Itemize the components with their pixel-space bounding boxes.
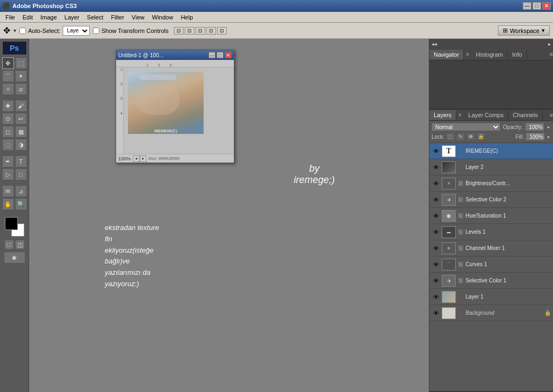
navigator-tab-close[interactable]: ✕ (464, 52, 471, 57)
layer-item[interactable]: 👁 ⊕ ⛓ Channel Mixer 1 (429, 240, 553, 256)
layer-visibility-7[interactable]: 👁 (431, 260, 440, 269)
workspace-button[interactable]: ⊞ Workspace ▾ (498, 25, 550, 36)
align-btn-2[interactable]: ⊡ (185, 27, 194, 35)
lock-transparent[interactable]: ⬚ (446, 133, 455, 140)
history-brush[interactable]: ↩ (15, 113, 27, 125)
shape-tool[interactable]: □ (15, 168, 27, 180)
pen-tool[interactable]: ✒ (2, 156, 14, 167)
align-btn-4[interactable]: ⊡ (206, 27, 216, 35)
maximize-button[interactable]: □ (532, 2, 541, 10)
nav-left[interactable]: ◂ (133, 156, 139, 162)
hand-tool[interactable]: ✋ (2, 198, 14, 210)
eraser-tool[interactable]: ◻ (2, 126, 14, 138)
brush-tool[interactable]: 🖌 (15, 100, 27, 112)
menu-view[interactable]: View (129, 13, 148, 22)
menu-edit[interactable]: Edit (19, 13, 36, 22)
layer-visibility-0[interactable]: 👁 (431, 147, 440, 156)
tab-info[interactable]: Info (508, 50, 527, 59)
menu-help[interactable]: Help (178, 13, 197, 22)
panel-menu-arrow[interactable]: ≡ (550, 51, 553, 57)
layer-select-dropdown[interactable]: Layer (63, 26, 90, 36)
selection-tool[interactable]: ⬚ (15, 57, 27, 69)
align-btn-1[interactable]: ⊡ (174, 27, 184, 35)
canvas-close[interactable]: ✕ (225, 52, 232, 58)
crop-tool[interactable]: ⌗ (2, 83, 14, 95)
layers-tab-close[interactable]: ✕ (456, 112, 464, 118)
ps-logo: Ps (2, 41, 27, 55)
layer-visibility-9[interactable]: 👁 (431, 293, 440, 301)
layer-item[interactable]: 👁 ⌒ ⛓ Curves 1 (429, 256, 553, 273)
move-tool[interactable]: ✥ (2, 57, 14, 69)
stamp-tool[interactable]: ⊙ (2, 113, 14, 125)
title-bar-controls: — □ ✕ (523, 2, 551, 10)
menu-image[interactable]: Image (37, 13, 60, 22)
layer-item[interactable]: 👁 ▬ ⛓ Levels 1 (429, 224, 553, 240)
tab-channels[interactable]: Channels (508, 110, 542, 120)
layer-name-9: Layer 1 (466, 294, 551, 300)
tab-layer-comps[interactable]: Layer Comps (464, 110, 508, 120)
fill-input[interactable] (525, 132, 545, 141)
dodge-tool[interactable]: ◑ (15, 139, 27, 151)
layer-visibility-4[interactable]: 👁 (431, 212, 440, 220)
canvas-minimize[interactable]: — (208, 52, 215, 58)
layer-visibility-1[interactable]: 👁 (431, 163, 440, 172)
gradient-tool[interactable]: ▦ (15, 126, 27, 138)
layer-item[interactable]: 👁 ◑ ⛓ Selective Color 1 (429, 273, 553, 289)
layer-item[interactable]: 👁 ◑ ⛓ Selective Color 2 (429, 192, 553, 208)
layer-item[interactable]: 👁 ⬤ ⛓ Hue/Saturation 1 (429, 208, 553, 224)
screen-mode-btn[interactable]: ▣ (4, 252, 25, 263)
layer-item[interactable]: 👁 T IREMEGE(C) (429, 143, 553, 159)
auto-select-checkbox[interactable] (19, 28, 26, 34)
align-btn-5[interactable]: ⊡ (217, 27, 227, 35)
close-button[interactable]: ✕ (542, 2, 551, 10)
align-btn-3[interactable]: ⊡ (195, 27, 205, 35)
slice-tool[interactable]: ⧄ (15, 83, 27, 95)
tab-navigator[interactable]: Navigator (429, 50, 464, 59)
canvas-maximize[interactable]: □ (217, 52, 224, 58)
layer-item[interactable]: 👁 ☀ ⛓ Brightness/Contr... (429, 175, 553, 192)
layer-item[interactable]: 👁 Layer 2 (429, 159, 553, 175)
layer-item[interactable]: 👁 Layer 1 (429, 289, 553, 305)
standard-mode[interactable]: □ (4, 240, 14, 249)
tab-layers[interactable]: Layers (429, 110, 456, 120)
auto-select-label: Auto-Select: (28, 28, 60, 34)
menu-layer[interactable]: Layer (61, 13, 83, 22)
eyedropper-tool[interactable]: ⊿ (15, 185, 27, 197)
menu-filter[interactable]: Filter (107, 13, 127, 22)
opacity-arrow[interactable]: ▸ (547, 125, 551, 130)
nav-right[interactable]: ▸ (140, 156, 146, 162)
layer-visibility-10[interactable]: 👁 (431, 309, 440, 317)
layer-visibility-5[interactable]: 👁 (431, 228, 440, 236)
fill-arrow[interactable]: ▸ (547, 134, 551, 139)
lock-all[interactable]: 🔒 (477, 133, 485, 140)
menu-select[interactable]: Select (84, 13, 107, 22)
zoom-tool[interactable]: 🔍 (15, 198, 27, 210)
layer-visibility-6[interactable]: 👁 (431, 244, 440, 253)
lasso-tool[interactable]: ⌒ (2, 70, 14, 82)
move-tool-icon[interactable]: ✥ (3, 25, 10, 36)
blur-tool[interactable]: ◌ (2, 139, 14, 151)
healing-tool[interactable]: ✚ (2, 100, 14, 112)
collapse-right-arrow[interactable]: ▸ (548, 41, 551, 47)
lock-paint[interactable]: ✎ (456, 133, 465, 140)
blend-mode-select[interactable]: Normal (431, 123, 501, 131)
layers-panel-menu[interactable]: ≡ (550, 112, 553, 118)
collapse-left-arrow[interactable]: ◂◂ (431, 41, 437, 47)
layer-visibility-2[interactable]: 👁 (431, 179, 440, 188)
layer-item[interactable]: 👁 Background 🔒 (429, 305, 553, 321)
foreground-color-box[interactable] (5, 217, 18, 230)
magic-wand-tool[interactable]: ✦ (15, 70, 27, 82)
menu-window[interactable]: Window (149, 13, 177, 22)
notes-tool[interactable]: ✉ (2, 185, 14, 197)
minimize-button[interactable]: — (523, 2, 531, 10)
tab-histogram[interactable]: Histogram (471, 50, 508, 59)
menu-file[interactable]: File (2, 13, 18, 22)
quick-mask-mode[interactable]: ◫ (15, 240, 25, 249)
layer-visibility-8[interactable]: 👁 (431, 276, 440, 285)
text-tool[interactable]: T (15, 156, 27, 167)
path-select-tool[interactable]: ▷ (2, 168, 14, 180)
lock-move[interactable]: ✥ (467, 133, 475, 140)
layer-visibility-3[interactable]: 👁 (431, 195, 440, 204)
transform-checkbox[interactable] (93, 28, 99, 34)
opacity-input[interactable] (525, 123, 544, 131)
